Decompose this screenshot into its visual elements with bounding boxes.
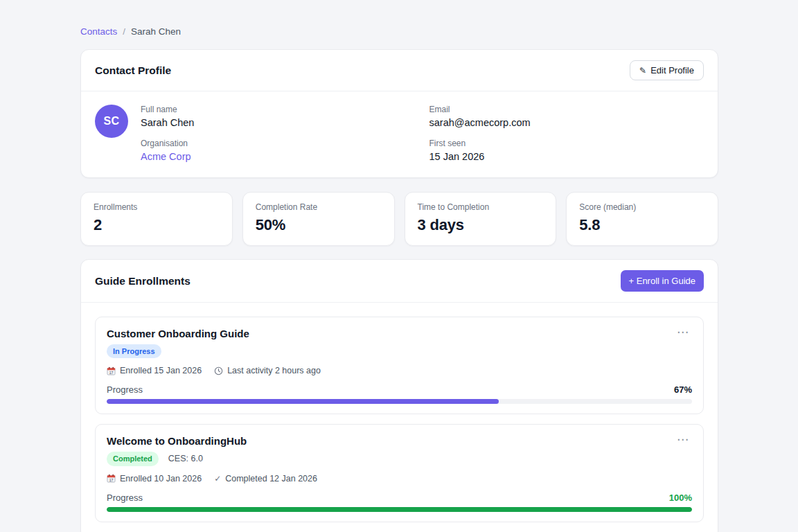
edit-profile-button[interactable]: ✎ Edit Profile — [630, 60, 704, 80]
enrollment-card: Welcome to OnboardingHub ⋯ Completed CES… — [95, 424, 704, 522]
contact-profile-card: Contact Profile ✎ Edit Profile SC Full n… — [80, 49, 718, 178]
stats-row: Enrollments 2 Completion Rate 50% Time t… — [80, 192, 718, 246]
first-seen-label: First seen — [429, 139, 704, 148]
progress-bar-fill — [107, 399, 499, 404]
breadcrumb-separator: / — [123, 26, 125, 37]
stat-value: 3 days — [418, 216, 544, 234]
page-container: Contacts / Sarah Chen Contact Profile ✎ … — [80, 0, 718, 532]
check-icon: ✓ — [214, 474, 221, 484]
field-first-seen: First seen 15 Jan 2026 — [429, 139, 704, 162]
status-badge: Completed — [107, 452, 159, 466]
full-name-value: Sarah Chen — [141, 117, 416, 128]
svg-text:17: 17 — [109, 370, 114, 374]
stat-label: Enrollments — [94, 202, 220, 212]
email-value: sarah@acmecorp.com — [429, 117, 704, 128]
organisation-link[interactable]: Acme Corp — [141, 151, 191, 162]
email-label: Email — [429, 105, 704, 114]
calendar-icon: 17 — [107, 366, 116, 375]
stat-card-time-to-completion: Time to Completion 3 days — [405, 192, 557, 246]
more-menu-icon[interactable]: ⋯ — [674, 435, 692, 445]
clock-icon — [214, 366, 223, 375]
first-seen-value: 15 Jan 2026 — [429, 151, 704, 162]
status-badge: In Progress — [107, 344, 161, 358]
enrollment-card: Customer Onboarding Guide ⋯ In Progress … — [95, 317, 704, 414]
edit-profile-label: Edit Profile — [650, 65, 694, 76]
guide-enrollments-header: Guide Enrollments + Enroll in Guide — [81, 260, 718, 303]
contact-profile-body: SC Full name Sarah Chen Email sarah@acme… — [81, 91, 718, 177]
guide-enrollments-title: Guide Enrollments — [95, 275, 190, 287]
progress-percent: 100% — [669, 493, 692, 503]
guide-enrollments-card: Guide Enrollments + Enroll in Guide Cust… — [80, 259, 718, 532]
guide-enrollments-body: Customer Onboarding Guide ⋯ In Progress … — [81, 303, 718, 532]
calendar-icon: 17 — [107, 474, 116, 483]
progress-label: Progress — [107, 384, 143, 395]
enroll-in-guide-button[interactable]: + Enroll in Guide — [621, 270, 704, 292]
progress-bar — [107, 507, 692, 512]
progress-bar-fill — [107, 507, 692, 512]
more-menu-icon[interactable]: ⋯ — [674, 328, 692, 337]
full-name-label: Full name — [141, 105, 416, 114]
last-activity: Last activity 2 hours ago — [214, 366, 321, 375]
pencil-icon: ✎ — [639, 66, 646, 76]
svg-text:17: 17 — [109, 478, 114, 482]
breadcrumb-current: Sarah Chen — [131, 26, 181, 37]
field-full-name: Full name Sarah Chen — [141, 105, 416, 128]
stat-value: 50% — [256, 216, 382, 234]
progress-percent: 67% — [674, 384, 692, 395]
field-email: Email sarah@acmecorp.com — [429, 105, 704, 128]
breadcrumb-contacts-link[interactable]: Contacts — [80, 26, 117, 37]
enrolled-date: 17 Enrolled 15 Jan 2026 — [107, 366, 202, 375]
stat-card-enrollments: Enrollments 2 — [80, 192, 233, 246]
enrollment-title: Welcome to OnboardingHub — [107, 435, 247, 447]
stat-card-score-median: Score (median) 5.8 — [566, 192, 718, 246]
stat-value: 5.8 — [579, 216, 705, 234]
completed-date: ✓ Completed 12 Jan 2026 — [214, 474, 317, 484]
ces-score: CES: 6.0 — [168, 454, 203, 463]
stat-label: Time to Completion — [418, 202, 544, 212]
stat-value: 2 — [94, 216, 220, 234]
field-organisation: Organisation Acme Corp — [141, 139, 416, 162]
breadcrumb: Contacts / Sarah Chen — [80, 26, 718, 37]
contact-profile-header: Contact Profile ✎ Edit Profile — [81, 50, 718, 91]
enrolled-date: 17 Enrolled 10 Jan 2026 — [107, 474, 202, 484]
profile-fields: Full name Sarah Chen Email sarah@acmecor… — [141, 105, 704, 162]
stat-label: Score (median) — [579, 202, 705, 212]
stat-card-completion-rate: Completion Rate 50% — [242, 192, 395, 246]
avatar: SC — [95, 105, 128, 138]
contact-profile-title: Contact Profile — [95, 64, 171, 77]
enrollment-title: Customer Onboarding Guide — [107, 328, 249, 339]
progress-label: Progress — [107, 493, 143, 503]
progress-bar — [107, 399, 692, 404]
organisation-label: Organisation — [141, 139, 416, 148]
stat-label: Completion Rate — [256, 202, 382, 212]
